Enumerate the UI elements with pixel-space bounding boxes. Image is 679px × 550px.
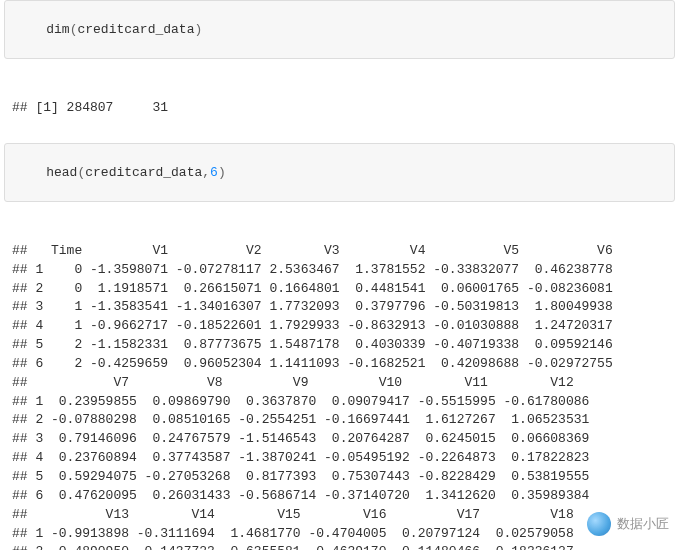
fn-name: head bbox=[46, 165, 77, 180]
output-text: ## [1] 284807 31 bbox=[12, 99, 671, 118]
watermark: 数据小匠 bbox=[587, 512, 669, 536]
code-line: head(creditcard_data,6) bbox=[15, 150, 664, 195]
comma: , bbox=[202, 165, 210, 180]
code-cell-dim[interactable]: dim(creditcard_data) bbox=[4, 0, 675, 59]
avatar-icon bbox=[587, 512, 611, 536]
arg-ident: creditcard_data bbox=[85, 165, 202, 180]
output-head: ## Time V1 V2 V3 V4 V5 V6 ## 1 0 -1.3598… bbox=[4, 206, 675, 550]
code-line: dim(creditcard_data) bbox=[15, 7, 664, 52]
output-dim: ## [1] 284807 31 bbox=[4, 63, 675, 143]
arg-number: 6 bbox=[210, 165, 218, 180]
code-cell-head[interactable]: head(creditcard_data,6) bbox=[4, 143, 675, 202]
paren-close: ) bbox=[218, 165, 226, 180]
arg-ident: creditcard_data bbox=[77, 22, 194, 37]
output-text: ## Time V1 V2 V3 V4 V5 V6 ## 1 0 -1.3598… bbox=[12, 242, 671, 550]
watermark-text: 数据小匠 bbox=[617, 515, 669, 533]
fn-name: dim bbox=[46, 22, 69, 37]
paren-close: ) bbox=[194, 22, 202, 37]
